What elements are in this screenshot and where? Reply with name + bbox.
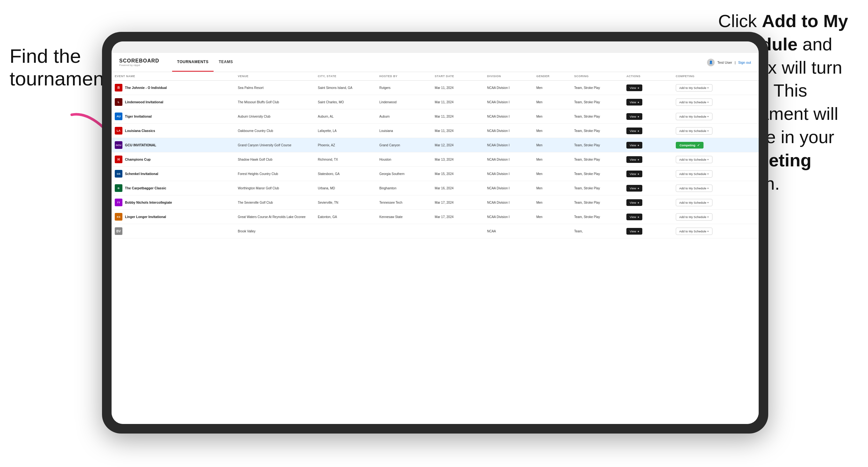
gender-cell: Men <box>533 110 571 124</box>
logo-subtitle: Powered by clippd <box>119 64 159 67</box>
event-name-cell: H Champions Cup <box>112 152 235 167</box>
add-schedule-button[interactable]: Add to My Schedule + <box>676 170 712 178</box>
view-button[interactable]: View ● <box>626 228 642 235</box>
competing-cell: Competing <box>673 138 759 152</box>
col-header-division: DIVISION <box>484 72 533 81</box>
gender-cell: Men <box>533 181 571 195</box>
add-schedule-button[interactable]: Add to My Schedule + <box>676 227 712 235</box>
add-schedule-button[interactable]: Add to My Schedule + <box>676 185 712 192</box>
city-cell: Lafayette, LA <box>315 124 376 138</box>
school-logo: GCU <box>115 141 122 149</box>
venue-cell: Forest Heights Country Club <box>235 167 315 181</box>
event-name-text: Lindenwood Invitational <box>125 100 163 104</box>
division-cell: NCAA Division I <box>484 124 533 138</box>
table-row: B The Carpetbagger Classic Worthington M… <box>112 181 759 195</box>
division-cell: NCAA Division I <box>484 210 533 224</box>
scoring-cell: Team, Stroke Play <box>571 95 623 110</box>
competing-cell: Add to My Schedule + <box>673 181 759 195</box>
city-cell: Richmond, TX <box>315 152 376 167</box>
col-header-scoring: SCORING <box>571 72 623 81</box>
tab-tournaments[interactable]: TOURNAMENTS <box>172 53 214 72</box>
scoring-cell: Team, Stroke Play <box>571 110 623 124</box>
city-cell: Statesboro, GA <box>315 167 376 181</box>
division-cell: NCAA Division I <box>484 81 533 95</box>
date-cell: Mar 11, 2024 <box>432 110 484 124</box>
date-cell <box>432 224 484 239</box>
scoring-cell: Team, Stroke Play <box>571 210 623 224</box>
event-name-text: Schenkel Invitational <box>125 172 158 176</box>
annotation-left: Find thetournament. <box>9 44 99 90</box>
tab-teams[interactable]: TEAMS <box>214 53 238 72</box>
add-schedule-button[interactable]: Add to My Schedule + <box>676 156 712 163</box>
city-cell: Urbana, MD <box>315 181 376 195</box>
add-schedule-button[interactable]: Add to My Schedule + <box>676 84 712 92</box>
user-name: Test User <box>717 61 732 64</box>
table-row: R The Johnnie - O Individual Sea Palms R… <box>112 81 759 95</box>
add-schedule-button[interactable]: Add to My Schedule + <box>676 127 712 134</box>
date-cell: Mar 11, 2024 <box>432 81 484 95</box>
event-name-cell: R The Johnnie - O Individual <box>112 81 235 95</box>
event-name-text: Bobby Nichols Intercollegiate <box>125 200 172 204</box>
gender-cell: Men <box>533 210 571 224</box>
table-row: TT Bobby Nichols Intercollegiate The Sev… <box>112 195 759 210</box>
view-button[interactable]: View ● <box>626 99 642 105</box>
table-row: H Champions Cup Shadow Hawk Golf ClubRic… <box>112 152 759 167</box>
event-name-text: The Johnnie - O Individual <box>125 86 167 90</box>
table-header-row: EVENT NAME VENUE CITY, STATE HOSTED BY S… <box>112 72 759 81</box>
tournaments-table: EVENT NAME VENUE CITY, STATE HOSTED BY S… <box>112 72 759 239</box>
app-container: SCOREBOARD Powered by clippd TOURNAMENTS… <box>112 53 759 424</box>
view-button[interactable]: View ● <box>626 170 642 177</box>
tablet-frame: SCOREBOARD Powered by clippd TOURNAMENTS… <box>102 32 768 434</box>
venue-cell: Shadow Hawk Golf Club <box>235 152 315 167</box>
actions-cell: View ● <box>623 81 672 95</box>
view-button[interactable]: View ● <box>626 85 642 91</box>
sign-out-link[interactable]: Sign out <box>738 61 751 64</box>
actions-cell: View ● <box>623 138 672 152</box>
col-header-gender: GENDER <box>533 72 571 81</box>
school-logo: TT <box>115 198 122 206</box>
competing-cell: Add to My Schedule + <box>673 195 759 210</box>
view-button[interactable]: View ● <box>626 199 642 206</box>
add-schedule-button[interactable]: Add to My Schedule + <box>676 199 712 206</box>
actions-cell: View ● <box>623 195 672 210</box>
event-name-text: Linger Longer Invitational <box>125 215 166 219</box>
actions-cell: View ● <box>623 152 672 167</box>
division-cell: NCAA Division I <box>484 138 533 152</box>
actions-cell: View ● <box>623 95 672 110</box>
date-cell: Mar 15, 2024 <box>432 167 484 181</box>
view-button[interactable]: View ● <box>626 127 642 134</box>
gender-cell: Men <box>533 95 571 110</box>
hosted-cell: Louisiana <box>376 124 432 138</box>
add-schedule-button[interactable]: Add to My Schedule + <box>676 113 712 120</box>
hosted-cell: Houston <box>376 152 432 167</box>
add-schedule-button[interactable]: Add to My Schedule + <box>676 213 712 221</box>
date-cell: Mar 11, 2024 <box>432 124 484 138</box>
competing-cell: Add to My Schedule + <box>673 224 759 239</box>
city-cell: Eatonton, GA <box>315 210 376 224</box>
table-wrapper[interactable]: EVENT NAME VENUE CITY, STATE HOSTED BY S… <box>112 72 759 424</box>
view-button[interactable]: View ● <box>626 142 642 149</box>
division-cell: NCAA Division I <box>484 95 533 110</box>
view-button[interactable]: View ● <box>626 214 642 220</box>
gender-cell: Men <box>533 81 571 95</box>
date-cell: Mar 16, 2024 <box>432 181 484 195</box>
scoring-cell: Team, Stroke Play <box>571 152 623 167</box>
tablet-topbar <box>112 41 759 53</box>
hosted-cell <box>376 224 432 239</box>
divider: | <box>735 61 736 64</box>
avatar: 👤 <box>707 59 715 66</box>
gender-cell: Men <box>533 138 571 152</box>
header-right: 👤 Test User | Sign out <box>707 59 751 66</box>
add-schedule-button[interactable]: Add to My Schedule + <box>676 98 712 106</box>
competing-button[interactable]: Competing <box>676 142 704 149</box>
actions-cell: View ● <box>623 167 672 181</box>
date-cell: Mar 17, 2024 <box>432 210 484 224</box>
venue-cell: Grand Canyon University Golf Course <box>235 138 315 152</box>
table-row: L Lindenwood Invitational The Missouri B… <box>112 95 759 110</box>
event-name-cell: GCU GCU INVITATIONAL <box>112 138 235 152</box>
view-button[interactable]: View ● <box>626 185 642 192</box>
view-button[interactable]: View ● <box>626 156 642 163</box>
app-header: SCOREBOARD Powered by clippd TOURNAMENTS… <box>112 53 759 72</box>
view-button[interactable]: View ● <box>626 113 642 120</box>
competing-cell: Add to My Schedule + <box>673 152 759 167</box>
